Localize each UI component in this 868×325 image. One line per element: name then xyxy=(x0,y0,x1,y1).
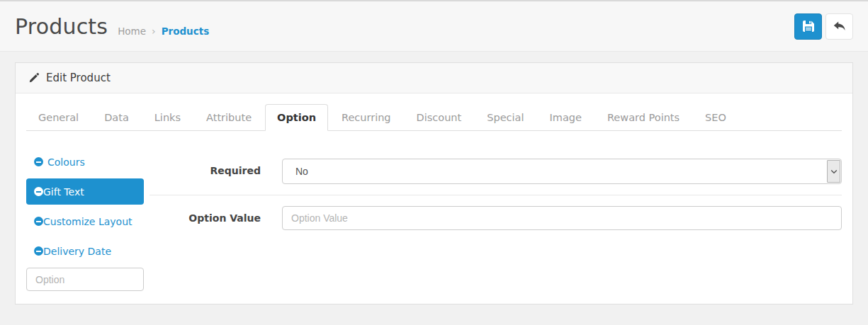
option-value-input[interactable] xyxy=(282,206,842,230)
product-tabs: General Data Links Attribute Option Recu… xyxy=(26,104,842,131)
tab-seo[interactable]: SEO xyxy=(693,104,738,131)
minus-circle-icon[interactable] xyxy=(34,246,43,256)
required-control: No xyxy=(282,159,842,184)
floppy-disk-icon xyxy=(803,21,814,32)
option-item-customize-layout[interactable]: Customize Layout xyxy=(26,208,144,234)
option-autocomplete xyxy=(26,268,144,291)
minus-circle-icon[interactable] xyxy=(34,217,43,226)
option-item-delivery-date[interactable]: Delivery Date xyxy=(26,238,144,264)
pencil-icon xyxy=(29,73,39,83)
page-title: Products xyxy=(15,14,108,39)
tab-general[interactable]: General xyxy=(26,104,91,131)
breadcrumb-home-link[interactable]: Home xyxy=(118,25,146,37)
main-container: Edit Product General Data Links Attribut… xyxy=(0,52,868,315)
required-select[interactable]: No xyxy=(282,159,842,184)
breadcrumb-separator: › xyxy=(152,25,156,37)
option-value-row: Option Value xyxy=(150,206,842,230)
required-row: Required No xyxy=(150,159,842,184)
edit-product-panel: Edit Product General Data Links Attribut… xyxy=(15,62,853,304)
tab-option[interactable]: Option xyxy=(265,104,328,131)
minus-circle-icon[interactable] xyxy=(34,187,43,196)
tab-attribute[interactable]: Attribute xyxy=(194,104,264,131)
breadcrumb: Home › Products xyxy=(118,25,209,37)
save-button[interactable] xyxy=(794,13,822,40)
tab-data[interactable]: Data xyxy=(92,104,141,131)
breadcrumb-products-link[interactable]: Products xyxy=(162,25,210,37)
tab-links[interactable]: Links xyxy=(142,104,193,131)
tab-reward-points[interactable]: Reward Points xyxy=(595,104,692,131)
option-value-control xyxy=(282,206,842,230)
option-tab-pane: Colours Gift Text Customize Layout Deliv… xyxy=(26,149,842,291)
reply-arrow-icon xyxy=(833,21,845,32)
tab-special[interactable]: Special xyxy=(475,104,536,131)
required-label: Required xyxy=(150,159,261,176)
option-autocomplete-input[interactable] xyxy=(26,268,144,291)
back-button[interactable] xyxy=(825,13,853,40)
panel-body: General Data Links Attribute Option Recu… xyxy=(16,93,852,304)
option-item-colours[interactable]: Colours xyxy=(26,149,144,175)
option-value-label: Option Value xyxy=(150,206,261,224)
page-header: Products Home › Products xyxy=(0,0,868,52)
minus-circle-icon[interactable] xyxy=(34,157,43,166)
tab-discount[interactable]: Discount xyxy=(405,104,474,131)
header-actions xyxy=(794,13,853,40)
option-item-gift-text[interactable]: Gift Text xyxy=(26,178,144,205)
panel-title: Edit Product xyxy=(46,72,111,84)
tab-recurring[interactable]: Recurring xyxy=(329,104,403,131)
option-nav: Colours Gift Text Customize Layout Deliv… xyxy=(26,149,144,291)
tab-image[interactable]: Image xyxy=(538,104,594,131)
panel-heading: Edit Product xyxy=(16,63,852,93)
row-divider xyxy=(150,195,842,195)
option-form: Required No xyxy=(150,149,842,230)
